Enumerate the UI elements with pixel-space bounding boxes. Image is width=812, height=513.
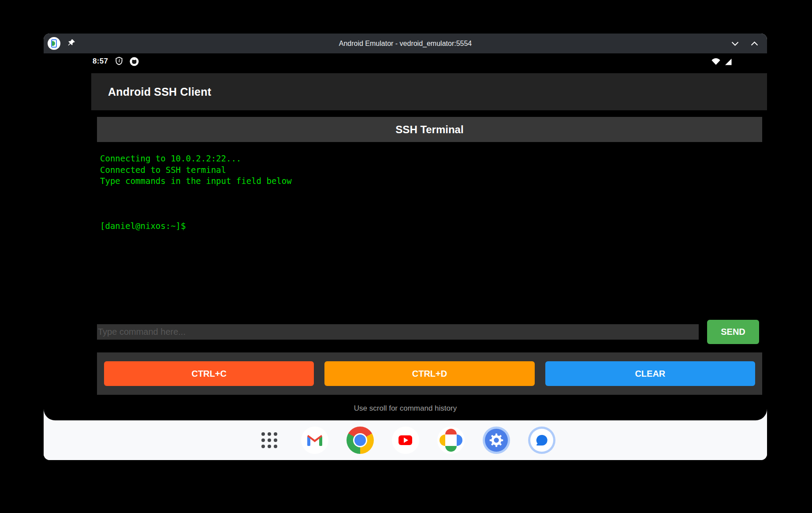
wifi-icon (711, 58, 720, 65)
emulator-titlebar: Android Emulator - vedroid_emulator:5554 (44, 34, 767, 53)
terminal-header: SSH Terminal (97, 117, 762, 142)
control-buttons-bar: CTRL+C CTRL+D CLEAR (97, 352, 762, 395)
messages-icon[interactable] (528, 427, 555, 454)
terminal-title: SSH Terminal (395, 124, 463, 136)
command-input[interactable] (97, 324, 699, 340)
chevron-up-icon[interactable] (751, 41, 758, 46)
chevron-down-icon[interactable] (731, 41, 739, 46)
taskbar (44, 420, 767, 460)
clock: 8:57 (93, 57, 108, 66)
android-screen: 8:57 Android SSH Client SSH Terminal Con… (44, 53, 767, 420)
emulator-app-icon (48, 37, 60, 50)
send-button[interactable]: SEND (707, 320, 759, 344)
command-input-row: SEND (97, 319, 759, 344)
app-grid-icon[interactable] (256, 427, 283, 454)
app-title: Android SSH Client (108, 86, 211, 98)
scroll-hint: Use scroll for command history (44, 404, 767, 413)
app-header: Android SSH Client (91, 73, 767, 110)
youtube-icon[interactable] (392, 427, 419, 454)
pin-icon[interactable] (67, 38, 76, 49)
cat-notification-icon (129, 56, 139, 67)
settings-icon[interactable] (483, 427, 510, 454)
ctrl-d-button[interactable]: CTRL+D (324, 361, 534, 386)
chrome-icon[interactable] (346, 427, 374, 454)
gmail-icon[interactable] (301, 427, 328, 454)
shield-icon (115, 56, 123, 66)
ctrl-c-button[interactable]: CTRL+C (104, 361, 314, 386)
emulator-window: Android Emulator - vedroid_emulator:5554… (44, 34, 767, 460)
terminal-output[interactable]: Connecting to 10.0.2.2:22... Connected t… (100, 153, 758, 232)
cellular-signal-icon (724, 58, 732, 65)
window-title: Android Emulator - vedroid_emulator:5554 (44, 40, 767, 48)
clear-button[interactable]: CLEAR (545, 361, 755, 386)
google-photos-icon[interactable] (437, 427, 465, 454)
status-bar: 8:57 (44, 53, 767, 69)
